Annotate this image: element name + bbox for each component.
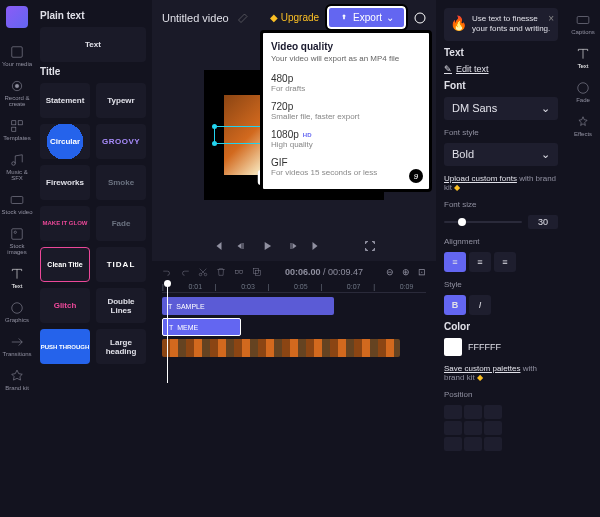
font-size-input[interactable] (528, 215, 558, 229)
pos-mid-left[interactable] (444, 421, 462, 435)
playhead[interactable] (167, 283, 168, 383)
resize-handle[interactable] (212, 141, 217, 146)
pos-bot-right[interactable] (484, 437, 502, 451)
copy-icon[interactable] (252, 267, 262, 277)
font-size-slider[interactable] (444, 221, 522, 223)
align-left-button[interactable]: ≡ (444, 252, 466, 272)
template-large-heading[interactable]: Large heading (96, 329, 146, 364)
pos-bot-center[interactable] (464, 437, 482, 451)
save-palettes-link[interactable]: Save custom palettes (444, 364, 520, 373)
upload-icon (339, 13, 349, 23)
export-1080p[interactable]: 1080pHDHigh quality (271, 125, 421, 153)
undo-icon[interactable] (162, 267, 172, 277)
svg-point-2 (15, 84, 19, 88)
resize-handle[interactable] (212, 124, 217, 129)
nav-brand-kit[interactable]: Brand kit (5, 364, 29, 396)
pos-top-right[interactable] (484, 405, 502, 419)
close-tip-icon[interactable]: × (548, 12, 554, 25)
text-clip-meme[interactable]: TMEME (162, 318, 241, 336)
position-heading: Position (444, 390, 558, 399)
upload-fonts-link[interactable]: Upload custom fonts (444, 174, 517, 183)
align-right-button[interactable]: ≡ (494, 252, 516, 272)
italic-button[interactable]: I (469, 295, 491, 315)
color-value: FFFFFF (468, 342, 501, 352)
template-double-lines[interactable]: Double Lines (96, 288, 146, 323)
template-groovy[interactable]: GROOVY (96, 124, 146, 159)
nav-graphics[interactable]: Graphics (5, 296, 29, 328)
export-button[interactable]: Export ⌄ (327, 6, 406, 29)
step-forward-icon[interactable] (286, 240, 298, 252)
trash-icon[interactable] (216, 267, 226, 277)
template-glitch[interactable]: Glitch (40, 288, 90, 323)
template-smoke[interactable]: Smoke (96, 165, 146, 200)
zoom-in-icon[interactable]: ⊕ (402, 267, 410, 277)
current-time: 00:06.00 (285, 267, 321, 277)
nav-stock-video[interactable]: Stock video (1, 188, 32, 220)
step-badge-8 (414, 12, 426, 24)
nav-stock-images[interactable]: Stock images (0, 222, 34, 260)
pos-mid-center[interactable] (464, 421, 482, 435)
svg-rect-8 (12, 229, 23, 240)
template-push-through[interactable]: PUSH THROUGH (40, 329, 90, 364)
pos-bot-left[interactable] (444, 437, 462, 451)
properties-panel: 🔥 Use text to finesse your fonts and wri… (436, 0, 566, 517)
nav-fade[interactable]: Fade (576, 76, 590, 108)
project-title[interactable]: Untitled video (162, 12, 229, 24)
template-fade[interactable]: Fade (96, 206, 146, 241)
pos-top-left[interactable] (444, 405, 462, 419)
pos-top-center[interactable] (464, 405, 482, 419)
template-fireworks[interactable]: Fireworks (40, 165, 90, 200)
zoom-fit-icon[interactable]: ⊡ (418, 267, 426, 277)
right-iconbar: Captions Text Fade Effects (566, 0, 600, 517)
template-circular[interactable]: Circular (40, 124, 90, 159)
step-back-icon[interactable] (236, 240, 248, 252)
split-icon[interactable] (234, 267, 244, 277)
alignment-heading: Alignment (444, 237, 558, 246)
pos-mid-right[interactable] (484, 421, 502, 435)
nav-text-right[interactable]: Text (576, 42, 590, 74)
fullscreen-icon[interactable] (364, 240, 376, 252)
wand-icon[interactable] (237, 12, 249, 24)
nav-your-media[interactable]: Your media (2, 40, 32, 72)
export-720p[interactable]: 720pSmaller file, faster export (271, 97, 421, 125)
font-select[interactable]: DM Sans⌄ (444, 97, 558, 120)
edit-text-link[interactable]: ✎Edit text (444, 64, 558, 74)
flame-icon: 🔥 (450, 14, 467, 35)
text-clip-sample[interactable]: TSAMPLE (162, 297, 334, 315)
media-clip[interactable] (162, 339, 400, 357)
nav-text[interactable]: Text (10, 262, 24, 294)
color-swatch[interactable] (444, 338, 462, 356)
nav-effects[interactable]: Effects (574, 110, 592, 142)
cut-icon[interactable] (198, 267, 208, 277)
play-icon[interactable] (260, 239, 274, 253)
bold-button[interactable]: B (444, 295, 466, 315)
text-icon: T (169, 324, 173, 331)
skip-forward-icon[interactable] (310, 240, 322, 252)
nav-transitions[interactable]: Transitions (2, 330, 31, 362)
total-time: 00:09.47 (328, 267, 363, 277)
export-480p[interactable]: 480pFor drafts (271, 69, 421, 97)
font-style-select[interactable]: Bold⌄ (444, 143, 558, 166)
style-heading: Style (444, 280, 558, 289)
slider-thumb[interactable] (458, 218, 466, 226)
nav-templates[interactable]: Templates (3, 114, 30, 146)
text-icon: T (168, 303, 172, 310)
zoom-out-icon[interactable]: ⊖ (386, 267, 394, 277)
skip-back-icon[interactable] (212, 240, 224, 252)
nav-captions[interactable]: Captions (571, 8, 595, 40)
template-plain-text[interactable]: Text (40, 27, 146, 62)
align-center-button[interactable]: ≡ (469, 252, 491, 272)
nav-music[interactable]: Music & SFX (0, 148, 34, 186)
template-statement[interactable]: Statement (40, 83, 90, 118)
svg-rect-14 (236, 270, 239, 273)
template-clean-title[interactable]: Clean Title (40, 247, 90, 282)
template-typewriter[interactable]: Typewr (96, 83, 146, 118)
template-tidal[interactable]: TIDAL (96, 247, 146, 282)
export-gif[interactable]: GIFFor videos 15 seconds or less (271, 153, 421, 181)
svg-rect-18 (577, 17, 589, 24)
upgrade-button[interactable]: ◆Upgrade (270, 12, 319, 23)
timeline-ruler[interactable]: |0:01|0:03|0:05|0:07|0:09 (162, 283, 426, 293)
nav-record[interactable]: Record & create (0, 74, 34, 112)
template-make-it-glow[interactable]: MAKE IT GLOW (40, 206, 90, 241)
redo-icon[interactable] (180, 267, 190, 277)
